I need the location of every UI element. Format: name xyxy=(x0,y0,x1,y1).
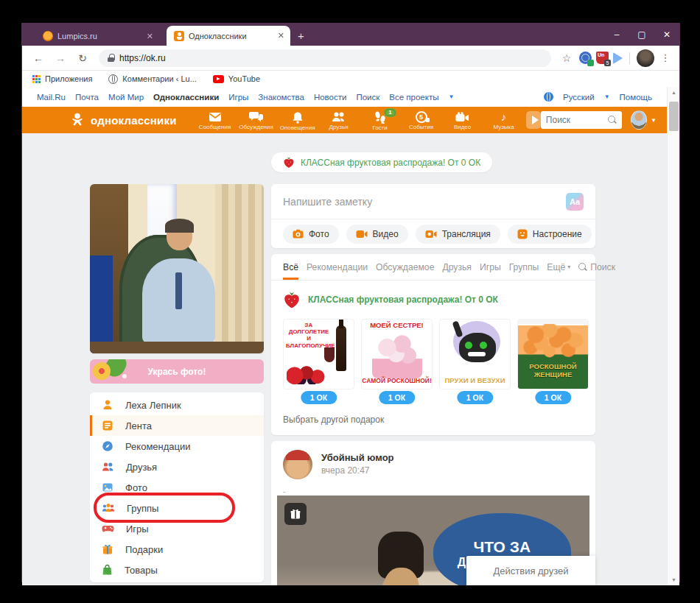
gift-image: РОСКОШНОЙ ЖЕНЩИНЕ xyxy=(517,319,589,389)
sidebar-item-profile[interactable]: Леха Лепник xyxy=(90,395,264,415)
header-item-friends[interactable]: Друзья xyxy=(318,110,360,131)
browser-profile-avatar[interactable] xyxy=(637,49,654,67)
strawberry-icon xyxy=(283,290,301,309)
page-scrollbar[interactable]: ▲ ▼ xyxy=(667,87,679,585)
lumpics-favicon-icon xyxy=(43,31,53,41)
scroll-up-arrow[interactable]: ▲ xyxy=(668,87,680,98)
search-input[interactable] xyxy=(546,115,605,125)
friends-actions-panel[interactable]: Действия друзей xyxy=(466,556,595,585)
gift-price-button[interactable]: 1 ОК xyxy=(535,391,571,404)
sidebar-item-photos[interactable]: Фото xyxy=(90,477,264,498)
reload-button[interactable]: ↻ xyxy=(74,49,91,67)
sidebar-item-goods[interactable]: Товары xyxy=(90,560,264,580)
header-item-events[interactable]: 5 События xyxy=(401,110,442,131)
scrollbar-thumb[interactable] xyxy=(669,102,679,131)
bookmark-star-icon[interactable]: ☆ xyxy=(559,52,575,64)
music-play-button[interactable] xyxy=(526,111,541,129)
note-input[interactable] xyxy=(283,196,566,208)
header-item-guests[interactable]: 1 Гости xyxy=(360,110,401,131)
gift-card-sister[interactable]: МОЕЙ СЕСТРЕ! САМОЙ РОСКОШНОЙ! 1 ОК xyxy=(361,319,433,406)
help-link[interactable]: Помощь xyxy=(620,93,652,102)
sidebar-item-gifts[interactable]: Подарки xyxy=(90,539,264,560)
promo-banner[interactable]: КЛАССная фруктовая распродажа! От 0 ОК xyxy=(271,152,492,172)
tab-odnoklassniki[interactable]: Одноклассники ✕ xyxy=(167,26,290,46)
gift-icon xyxy=(290,508,301,520)
decorate-photo-button[interactable]: Укрась фото! xyxy=(90,359,264,384)
topnav-link-news[interactable]: Новости xyxy=(314,93,347,102)
topnav-link-moimir[interactable]: Мой Мир xyxy=(108,93,144,102)
compose-note-field[interactable]: Aa xyxy=(271,184,595,219)
topnav-link-all-projects[interactable]: Все проекты xyxy=(389,93,438,102)
post-author-avatar[interactable] xyxy=(283,450,312,479)
extension-adblock-icon[interactable] xyxy=(596,52,609,64)
gift-card-luck-cat[interactable]: ПРУХИ И ВЕЗУХИ 1 ОК xyxy=(439,319,511,406)
gift-price-button[interactable]: 1 ОК xyxy=(379,391,415,404)
sidebar-item-groups[interactable]: Группы xyxy=(90,498,264,518)
text-format-icon[interactable]: Aa xyxy=(566,193,584,211)
tab-close-icon[interactable]: ✕ xyxy=(278,31,284,40)
tab-close-icon[interactable]: ✕ xyxy=(147,32,153,41)
header-item-notifications[interactable]: Оповещения xyxy=(277,110,318,131)
feed-tab-discussed[interactable]: Обсуждаемое xyxy=(376,254,434,280)
profile-photo[interactable] xyxy=(90,184,264,353)
header-item-music[interactable]: ♪ Музыка xyxy=(483,110,525,131)
feed-tab-groups[interactable]: Группы xyxy=(509,254,539,280)
extension-play-icon[interactable] xyxy=(613,52,623,64)
photo-button[interactable]: Фото xyxy=(283,225,339,244)
gift-price-button[interactable]: 1 ОК xyxy=(301,391,337,404)
close-button[interactable]: ✕ xyxy=(654,29,679,40)
maximize-button[interactable]: ▢ xyxy=(629,29,654,40)
tab-lumpics[interactable]: Lumpics.ru ✕ xyxy=(35,27,159,46)
minimize-button[interactable]: – xyxy=(604,29,629,40)
sidebar-item-friends[interactable]: Друзья xyxy=(90,456,264,477)
gift-card-roses[interactable]: РОСКОШНОЙ ЖЕНЩИНЕ 1 ОК xyxy=(517,319,589,406)
sidebar-item-feed[interactable]: Лента xyxy=(90,415,264,436)
extension-vpn-icon[interactable] xyxy=(579,52,592,64)
gift-price-button[interactable]: 1 ОК xyxy=(457,391,493,404)
scroll-down-arrow[interactable]: ▼ xyxy=(668,574,680,585)
feed-tab-games[interactable]: Игры xyxy=(480,254,501,280)
feed-tab-friends[interactable]: Друзья xyxy=(442,254,472,280)
topnav-link-search[interactable]: Поиск xyxy=(356,93,379,102)
ok-logo-text: одноклассники xyxy=(91,114,177,127)
ok-logo[interactable]: одноклассники xyxy=(69,112,177,128)
gift-promo-row[interactable]: КЛАССная фруктовая распродажа! От 0 ОК xyxy=(271,281,595,316)
chevron-down-icon[interactable]: ▼ xyxy=(651,117,657,124)
broadcast-button[interactable]: Трансляция xyxy=(416,225,500,244)
topnav-link-odnoklassniki[interactable]: Одноклассники xyxy=(153,93,219,102)
mood-button[interactable]: Настроение xyxy=(508,225,592,244)
feed-tab-recommendations[interactable]: Рекомендации xyxy=(307,254,368,280)
header-item-discussions[interactable]: Обсуждения xyxy=(236,110,277,131)
new-tab-button[interactable]: + xyxy=(298,29,304,42)
header-item-video[interactable]: Видео xyxy=(442,110,483,131)
search-icon xyxy=(578,263,587,272)
sidebar-item-recommendations[interactable]: Рекомендации xyxy=(90,436,264,456)
bookmark-apps[interactable]: Приложения xyxy=(32,74,92,83)
bookmark-comments[interactable]: Комментарии ‹ Lu... xyxy=(108,74,196,84)
language-selector[interactable]: Русский xyxy=(563,93,595,102)
feed-search[interactable]: Поиск xyxy=(578,262,615,272)
back-button[interactable]: ← xyxy=(29,49,47,67)
post-body-text: - xyxy=(271,479,595,497)
sidebar-item-games[interactable]: Игры xyxy=(90,518,264,539)
post-gift-badge[interactable] xyxy=(284,503,307,525)
ok-favicon-icon xyxy=(174,31,184,41)
topnav-link-mail[interactable]: Почта xyxy=(75,93,99,102)
user-avatar[interactable] xyxy=(631,110,647,130)
video-button[interactable]: Видео xyxy=(346,225,408,244)
forward-button[interactable]: → xyxy=(52,49,69,67)
topnav-link-mailru[interactable]: Mail.Ru xyxy=(37,93,66,102)
gift-card-longevity[interactable]: ЗА ДОЛГОЛЕТИЕ И БЛАГОПОЛУЧИЕ 1 ОК xyxy=(283,319,354,406)
choose-other-gift-link[interactable]: Выбрать другой подарок xyxy=(271,406,595,435)
topnav-link-games[interactable]: Игры xyxy=(228,93,248,102)
bookmark-youtube[interactable]: YouTube xyxy=(213,74,260,83)
topnav-link-dating[interactable]: Знакомства xyxy=(258,93,304,102)
post-author-name[interactable]: Убойный юмор xyxy=(321,452,394,463)
feed-tab-more[interactable]: Ещё▾ xyxy=(547,254,570,280)
ok-search-box[interactable] xyxy=(541,111,622,129)
browser-menu-icon[interactable]: ⋮ xyxy=(659,52,672,63)
header-item-messages[interactable]: Сообщения xyxy=(195,110,236,131)
decorate-photo-label: Укрась фото! xyxy=(148,367,206,377)
address-bar[interactable]: https://ok.ru xyxy=(99,49,551,67)
feed-tab-all[interactable]: Всё xyxy=(283,254,298,280)
